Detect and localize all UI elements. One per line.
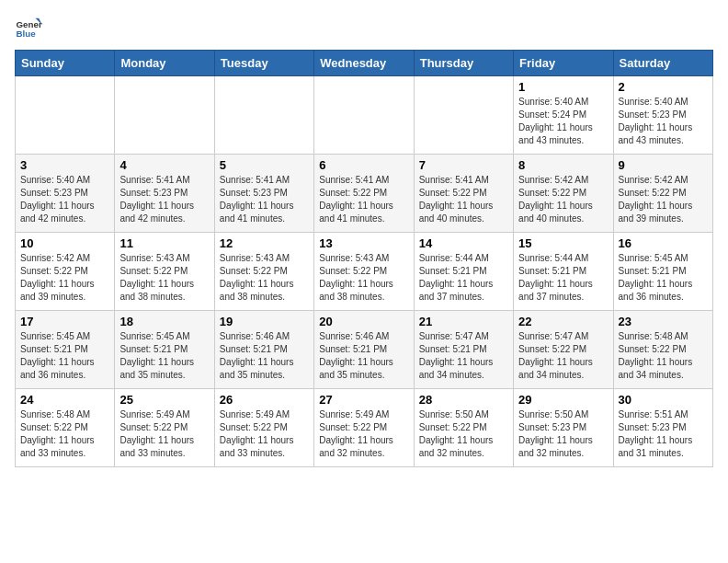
day-info: Sunrise: 5:51 AM Sunset: 5:23 PM Dayligh… — [619, 408, 708, 460]
col-wednesday: Wednesday — [314, 51, 414, 76]
logo: General Blue — [15, 15, 42, 42]
day-number: 30 — [619, 393, 708, 407]
calendar-cell: 1Sunrise: 5:40 AM Sunset: 5:24 PM Daylig… — [514, 76, 613, 155]
calendar-cell — [115, 76, 214, 155]
day-number: 3 — [20, 158, 109, 172]
col-monday: Monday — [115, 51, 214, 76]
day-info: Sunrise: 5:45 AM Sunset: 5:21 PM Dayligh… — [20, 330, 109, 382]
calendar-cell: 14Sunrise: 5:44 AM Sunset: 5:21 PM Dayli… — [414, 233, 513, 311]
day-number: 25 — [119, 393, 209, 407]
day-number: 28 — [419, 393, 508, 407]
day-info: Sunrise: 5:48 AM Sunset: 5:22 PM Dayligh… — [20, 408, 109, 460]
calendar-cell: 22Sunrise: 5:47 AM Sunset: 5:22 PM Dayli… — [514, 311, 613, 389]
day-number: 29 — [518, 393, 608, 407]
col-thursday: Thursday — [414, 51, 513, 76]
day-number: 26 — [220, 393, 309, 407]
calendar-cell: 3Sunrise: 5:40 AM Sunset: 5:23 PM Daylig… — [16, 155, 115, 233]
calendar-cell: 6Sunrise: 5:41 AM Sunset: 5:22 PM Daylig… — [314, 155, 414, 233]
day-info: Sunrise: 5:47 AM Sunset: 5:21 PM Dayligh… — [419, 330, 508, 382]
day-number: 16 — [619, 236, 708, 250]
day-info: Sunrise: 5:41 AM Sunset: 5:22 PM Dayligh… — [419, 174, 508, 225]
calendar-header: Sunday Monday Tuesday Wednesday Thursday… — [16, 51, 713, 76]
day-info: Sunrise: 5:41 AM Sunset: 5:23 PM Dayligh… — [119, 174, 209, 225]
day-number: 27 — [319, 393, 408, 407]
day-info: Sunrise: 5:43 AM Sunset: 5:22 PM Dayligh… — [220, 252, 309, 304]
day-info: Sunrise: 5:50 AM Sunset: 5:23 PM Dayligh… — [518, 408, 608, 460]
calendar-cell: 25Sunrise: 5:49 AM Sunset: 5:22 PM Dayli… — [115, 389, 214, 467]
calendar-cell: 23Sunrise: 5:48 AM Sunset: 5:22 PM Dayli… — [613, 311, 712, 389]
calendar-cell: 28Sunrise: 5:50 AM Sunset: 5:22 PM Dayli… — [414, 389, 513, 467]
day-number: 19 — [220, 315, 309, 328]
calendar-cell: 30Sunrise: 5:51 AM Sunset: 5:23 PM Dayli… — [613, 389, 712, 467]
col-saturday: Saturday — [613, 51, 712, 76]
day-info: Sunrise: 5:44 AM Sunset: 5:21 PM Dayligh… — [518, 252, 608, 304]
day-info: Sunrise: 5:50 AM Sunset: 5:22 PM Dayligh… — [419, 408, 508, 460]
calendar-cell: 29Sunrise: 5:50 AM Sunset: 5:23 PM Dayli… — [514, 389, 613, 467]
day-number: 11 — [119, 236, 209, 250]
day-number: 9 — [619, 158, 708, 172]
calendar-week-2: 3Sunrise: 5:40 AM Sunset: 5:23 PM Daylig… — [16, 155, 713, 233]
day-info: Sunrise: 5:45 AM Sunset: 5:21 PM Dayligh… — [619, 252, 708, 304]
day-info: Sunrise: 5:46 AM Sunset: 5:21 PM Dayligh… — [319, 330, 408, 382]
calendar-cell: 16Sunrise: 5:45 AM Sunset: 5:21 PM Dayli… — [613, 233, 712, 311]
calendar-cell — [414, 76, 513, 155]
calendar-table: Sunday Monday Tuesday Wednesday Thursday… — [15, 50, 713, 467]
day-info: Sunrise: 5:42 AM Sunset: 5:22 PM Dayligh… — [20, 252, 109, 304]
day-number: 2 — [619, 80, 708, 94]
calendar-cell: 5Sunrise: 5:41 AM Sunset: 5:23 PM Daylig… — [214, 155, 313, 233]
page-header: General Blue — [15, 15, 713, 42]
day-info: Sunrise: 5:46 AM Sunset: 5:21 PM Dayligh… — [220, 330, 309, 382]
col-tuesday: Tuesday — [214, 51, 313, 76]
day-info: Sunrise: 5:42 AM Sunset: 5:22 PM Dayligh… — [619, 174, 708, 225]
logo-icon: General Blue — [15, 15, 42, 42]
calendar-cell: 12Sunrise: 5:43 AM Sunset: 5:22 PM Dayli… — [214, 233, 313, 311]
day-number: 1 — [518, 80, 608, 94]
calendar-cell: 11Sunrise: 5:43 AM Sunset: 5:22 PM Dayli… — [115, 233, 214, 311]
calendar-cell: 9Sunrise: 5:42 AM Sunset: 5:22 PM Daylig… — [613, 155, 712, 233]
day-number: 4 — [119, 158, 209, 172]
calendar-week-1: 1Sunrise: 5:40 AM Sunset: 5:24 PM Daylig… — [16, 76, 713, 155]
svg-text:Blue: Blue — [17, 29, 37, 39]
day-info: Sunrise: 5:44 AM Sunset: 5:21 PM Dayligh… — [419, 252, 508, 304]
calendar-cell: 21Sunrise: 5:47 AM Sunset: 5:21 PM Dayli… — [414, 311, 513, 389]
day-number: 18 — [119, 315, 209, 328]
header-row: Sunday Monday Tuesday Wednesday Thursday… — [16, 51, 713, 76]
calendar-cell: 15Sunrise: 5:44 AM Sunset: 5:21 PM Dayli… — [514, 233, 613, 311]
calendar-cell: 2Sunrise: 5:40 AM Sunset: 5:23 PM Daylig… — [613, 76, 712, 155]
calendar-cell: 20Sunrise: 5:46 AM Sunset: 5:21 PM Dayli… — [314, 311, 414, 389]
day-number: 12 — [220, 236, 309, 250]
day-info: Sunrise: 5:43 AM Sunset: 5:22 PM Dayligh… — [319, 252, 408, 304]
day-number: 23 — [619, 315, 708, 328]
calendar-cell — [16, 76, 115, 155]
calendar-cell: 27Sunrise: 5:49 AM Sunset: 5:22 PM Dayli… — [314, 389, 414, 467]
day-number: 22 — [518, 315, 608, 328]
day-number: 24 — [20, 393, 109, 407]
col-sunday: Sunday — [16, 51, 115, 76]
day-number: 13 — [319, 236, 408, 250]
calendar-week-4: 17Sunrise: 5:45 AM Sunset: 5:21 PM Dayli… — [16, 311, 713, 389]
calendar-cell — [214, 76, 313, 155]
day-number: 15 — [518, 236, 608, 250]
day-info: Sunrise: 5:43 AM Sunset: 5:22 PM Dayligh… — [119, 252, 209, 304]
calendar-cell: 19Sunrise: 5:46 AM Sunset: 5:21 PM Dayli… — [214, 311, 313, 389]
day-number: 14 — [419, 236, 508, 250]
day-info: Sunrise: 5:49 AM Sunset: 5:22 PM Dayligh… — [119, 408, 209, 460]
calendar-week-3: 10Sunrise: 5:42 AM Sunset: 5:22 PM Dayli… — [16, 233, 713, 311]
day-number: 10 — [20, 236, 109, 250]
day-info: Sunrise: 5:48 AM Sunset: 5:22 PM Dayligh… — [619, 330, 708, 382]
calendar-week-5: 24Sunrise: 5:48 AM Sunset: 5:22 PM Dayli… — [16, 389, 713, 467]
calendar-cell: 13Sunrise: 5:43 AM Sunset: 5:22 PM Dayli… — [314, 233, 414, 311]
day-info: Sunrise: 5:45 AM Sunset: 5:21 PM Dayligh… — [119, 330, 209, 382]
day-info: Sunrise: 5:40 AM Sunset: 5:24 PM Dayligh… — [518, 96, 608, 147]
day-info: Sunrise: 5:41 AM Sunset: 5:22 PM Dayligh… — [319, 174, 408, 225]
calendar-cell: 7Sunrise: 5:41 AM Sunset: 5:22 PM Daylig… — [414, 155, 513, 233]
col-friday: Friday — [514, 51, 613, 76]
calendar-cell: 24Sunrise: 5:48 AM Sunset: 5:22 PM Dayli… — [16, 389, 115, 467]
day-info: Sunrise: 5:41 AM Sunset: 5:23 PM Dayligh… — [220, 174, 309, 225]
day-number: 17 — [20, 315, 109, 328]
day-number: 7 — [419, 158, 508, 172]
day-info: Sunrise: 5:49 AM Sunset: 5:22 PM Dayligh… — [220, 408, 309, 460]
calendar-cell: 8Sunrise: 5:42 AM Sunset: 5:22 PM Daylig… — [514, 155, 613, 233]
day-number: 6 — [319, 158, 408, 172]
day-info: Sunrise: 5:47 AM Sunset: 5:22 PM Dayligh… — [518, 330, 608, 382]
